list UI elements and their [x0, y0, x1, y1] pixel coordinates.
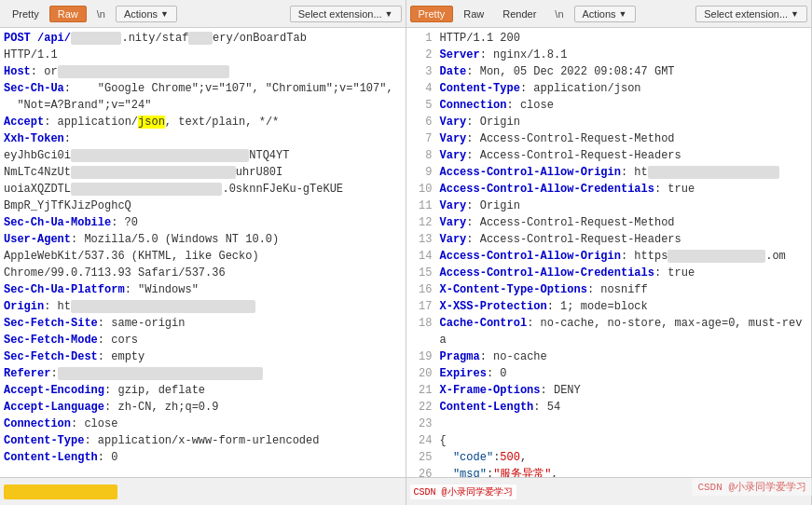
- right-select-ext-chevron-icon: ▼: [791, 9, 799, 19]
- right-tab-n[interactable]: \n: [546, 6, 571, 22]
- left-line-12: Sec-Ch-Ua-Mobile: ?0: [0, 214, 406, 231]
- right-line-7: 7 Vary: Access-Control-Request-Method: [406, 130, 812, 147]
- right-line-6: 6 Vary: Origin: [406, 114, 812, 130]
- right-line-2: 2 Server: nginx/1.8.1: [406, 47, 812, 63]
- left-bottom-bar: [0, 477, 406, 505]
- right-line-20: 20 Expires: 0: [406, 365, 812, 382]
- left-toolbar: Pretty Raw \n Actions ▼ Select extension…: [0, 0, 406, 28]
- right-content-area: 1 HTTP/1.1 200 2 Server: nginx/1.8.1 3 D…: [406, 28, 812, 477]
- right-line-13: 13 Vary: Access-Control-Request-Headers: [406, 231, 812, 248]
- left-content-area: POST /api/ .nity/staf ery/onBoardTab HTT…: [0, 28, 406, 477]
- left-line-26: Content-Length: 0: [0, 449, 406, 466]
- left-line-17: Origin: ht: [0, 298, 406, 315]
- right-line-15: 15 Access-Control-Allow-Credentials: tru…: [406, 265, 812, 281]
- left-line-13: User-Agent: Mozilla/5.0 (Windows NT 10.0…: [0, 231, 406, 248]
- left-line-22: Accept-Encoding: gzip, deflate: [0, 382, 406, 399]
- left-line-21: Referer:: [0, 365, 406, 382]
- right-line-9: 9 Access-Control-Allow-Origin: ht: [406, 164, 812, 181]
- left-line-20: Sec-Fetch-Dest: empty: [0, 348, 406, 365]
- right-line-10: 10 Access-Control-Allow-Credentials: tru…: [406, 181, 812, 198]
- left-bottom-highlight: [4, 485, 117, 499]
- right-actions-chevron-icon: ▼: [619, 9, 627, 19]
- left-line-18: Sec-Fetch-Site: same-origin: [0, 315, 406, 332]
- right-line-26: 26 "msg":"服务异常",: [406, 466, 812, 477]
- right-line-23: 23: [406, 416, 812, 432]
- left-line-23: Accept-Language: zh-CN, zh;q=0.9: [0, 399, 406, 416]
- left-tab-pretty[interactable]: Pretty: [4, 6, 48, 22]
- right-line-12: 12 Vary: Access-Control-Request-Method: [406, 214, 812, 231]
- right-line-18: 18 Cache-Control: no-cache, no-store, ma…: [406, 315, 812, 348]
- left-line-7: Xxh-Token:: [0, 130, 406, 147]
- right-line-1: 1 HTTP/1.1 200: [406, 30, 812, 47]
- right-line-8: 8 Vary: Access-Control-Request-Headers: [406, 147, 812, 164]
- right-tab-pretty[interactable]: Pretty: [410, 6, 454, 22]
- right-line-19: 19 Pragma: no-cache: [406, 348, 812, 365]
- left-panel: Pretty Raw \n Actions ▼ Select extension…: [0, 0, 406, 505]
- left-line-14: AppleWebKit/537.36 (KHTML, like Gecko): [0, 248, 406, 265]
- left-line-9: NmLTc4NzUt uhrU80I: [0, 164, 406, 181]
- right-line-5: 5 Connection: close: [406, 97, 812, 114]
- right-line-21: 21 X-Frame-Options: DENY: [406, 382, 812, 399]
- left-line-6: Accept: application/json, text/plain, */…: [0, 114, 406, 130]
- right-bottom-bar: CSDN @小录同学爱学习: [406, 477, 812, 505]
- right-toolbar: Pretty Raw Render \n Actions ▼ Select ex…: [406, 0, 812, 28]
- right-line-11: 11 Vary: Origin: [406, 198, 812, 214]
- right-line-22: 22 Content-Length: 54: [406, 399, 812, 416]
- left-line-3: Host: or: [0, 63, 406, 80]
- right-line-17: 17 X-XSS-Protection: 1; mode=block: [406, 298, 812, 315]
- right-line-3: 3 Date: Mon, 05 Dec 2022 09:08:47 GMT: [406, 63, 812, 80]
- left-tab-n[interactable]: \n: [89, 6, 114, 22]
- left-line-11: BmpR_YjTfKJizPoghcQ: [0, 198, 406, 214]
- left-tab-raw[interactable]: Raw: [49, 6, 87, 22]
- left-line-5: "Not=A?Brand";v="24": [0, 97, 406, 114]
- left-line-25: Content-Type: application/x-www-form-url…: [0, 432, 406, 449]
- left-line-4: Sec-Ch-Ua: "Google Chrome";v="107", "Chr…: [0, 80, 406, 97]
- right-line-14: 14 Access-Control-Allow-Origin: https .o…: [406, 248, 812, 265]
- right-actions-button[interactable]: Actions ▼: [574, 6, 636, 22]
- left-select-extension-button[interactable]: Select extension... ▼: [290, 6, 402, 22]
- right-line-4: 4 Content-Type: application/json: [406, 80, 812, 97]
- left-line-8: eyJhbGci0i NTQ4YT: [0, 147, 406, 164]
- right-tab-render[interactable]: Render: [494, 6, 544, 22]
- right-line-24: 24 {: [406, 432, 812, 449]
- right-line-25: 25 "code":500,: [406, 449, 812, 466]
- right-tab-raw[interactable]: Raw: [455, 6, 492, 22]
- left-line-15: Chrome/99.0.7113.93 Safari/537.36: [0, 265, 406, 281]
- right-line-16: 16 X-Content-Type-Options: nosniff: [406, 281, 812, 298]
- left-line-10: uoiaXQZDTL .0sknnFJeKu-gTeKUE: [0, 181, 406, 198]
- left-line-19: Sec-Fetch-Mode: cors: [0, 332, 406, 348]
- right-select-extension-button[interactable]: Select extension... ▼: [695, 6, 807, 22]
- left-actions-button[interactable]: Actions ▼: [116, 6, 177, 22]
- left-line-1: POST /api/ .nity/staf ery/onBoardTab: [0, 30, 406, 47]
- left-line-2: HTTP/1.1: [0, 47, 406, 63]
- left-line-16: Sec-Ch-Ua-Platform: "Windows": [0, 281, 406, 298]
- left-select-ext-chevron-icon: ▼: [385, 9, 393, 19]
- right-panel: Pretty Raw Render \n Actions ▼ Select ex…: [406, 0, 813, 505]
- left-actions-chevron-icon: ▼: [160, 9, 169, 19]
- watermark: CSDN @小录同学爱学习: [410, 485, 516, 499]
- left-line-24: Connection: close: [0, 416, 406, 432]
